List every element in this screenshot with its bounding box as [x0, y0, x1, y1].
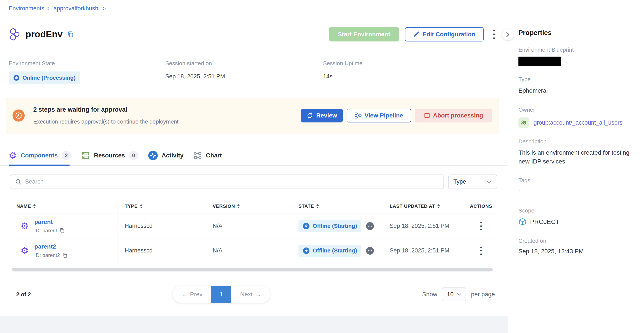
- abort-processing-button[interactable]: Abort processing: [415, 109, 492, 122]
- sort-icon[interactable]: [437, 204, 440, 209]
- view-pipeline-button[interactable]: View Pipeline: [347, 109, 411, 122]
- table-row: ⚙ parent ID: parent Harnesscd N/A: [10, 214, 497, 238]
- approval-banner: 2 steps are waiting for approval Executi…: [6, 98, 499, 133]
- gear-icon: ⚙: [9, 151, 17, 160]
- column-header-name-label: NAME: [16, 203, 31, 209]
- type-label: Type: [518, 76, 530, 83]
- column-header-actions-label: ACTIONS: [470, 203, 492, 209]
- table-row: ⚙ parent2 ID: parent2 Harnesscd N/A: [10, 238, 497, 263]
- column-header-version[interactable]: VERSION: [205, 199, 288, 214]
- review-button[interactable]: Review: [301, 109, 343, 122]
- component-id: ID: parent: [34, 228, 57, 234]
- owner-group-link[interactable]: group:account/_account_all_users: [534, 119, 622, 126]
- sort-icon[interactable]: [140, 204, 143, 209]
- chevron-right-icon: [506, 32, 510, 37]
- stop-icon: [424, 112, 430, 119]
- breadcrumb-separator: >: [103, 5, 106, 12]
- copy-icon[interactable]: [67, 31, 74, 38]
- pagination: 2 of 2 ← Prev 1 Next → Show 10 per page: [0, 285, 508, 304]
- tab-components[interactable]: ⚙ Components 2: [9, 151, 71, 160]
- component-type: Harnesscd: [118, 238, 205, 263]
- pagination-summary: 2 of 2: [16, 291, 31, 298]
- sort-icon[interactable]: [237, 204, 240, 209]
- next-page-button[interactable]: Next →: [231, 286, 270, 303]
- component-name-link[interactable]: parent2: [34, 243, 68, 250]
- view-pipeline-label: View Pipeline: [364, 112, 403, 119]
- table-header-row: NAME TYPE VERSION STATE LAST UPDATED AT …: [10, 199, 497, 214]
- owner-label: Owner: [518, 106, 535, 113]
- start-environment-label: Start Environment: [338, 31, 390, 38]
- environment-state-label: Environment State: [9, 60, 165, 67]
- prev-page-button[interactable]: ← Prev: [172, 286, 211, 303]
- page-size-value: 10: [447, 291, 454, 298]
- created-on-label: Created on: [518, 238, 546, 244]
- component-name-link[interactable]: parent: [34, 219, 65, 225]
- environment-hexagons-icon: [9, 28, 21, 41]
- column-header-type[interactable]: TYPE: [118, 199, 205, 214]
- review-label: Review: [316, 112, 337, 119]
- edit-configuration-button[interactable]: Edit Configuration: [405, 27, 484, 41]
- copy-icon[interactable]: [62, 253, 68, 258]
- page-size-dropdown[interactable]: 10: [442, 288, 466, 301]
- column-header-actions: ACTIONS: [465, 199, 497, 214]
- next-label: Next: [240, 291, 253, 298]
- search-box: [10, 174, 444, 189]
- chevron-down-icon: [457, 293, 462, 296]
- description-value: This is an environment created for testi…: [518, 148, 635, 166]
- scope-value: PROJECT: [530, 218, 559, 225]
- column-header-last-updated[interactable]: LAST UPDATED AT: [379, 199, 465, 214]
- type-filter-dropdown[interactable]: Type: [448, 174, 497, 189]
- tab-chart[interactable]: Chart: [194, 151, 222, 160]
- row-more-options-icon[interactable]: [477, 245, 486, 257]
- bolt-icon: [303, 223, 310, 230]
- search-input[interactable]: [25, 178, 439, 185]
- prev-label: Prev: [190, 291, 202, 298]
- tab-activity-label: Activity: [162, 152, 184, 159]
- type-filter-label: Type: [454, 178, 466, 185]
- tags-label: Tags: [518, 177, 530, 184]
- component-state-badge: Offline (Starting): [298, 220, 361, 232]
- column-header-type-label: TYPE: [125, 203, 138, 209]
- copy-icon[interactable]: [59, 228, 65, 233]
- component-state-label: Offline (Starting): [313, 247, 357, 254]
- row-actions: [465, 238, 497, 263]
- horizontal-scrollbar[interactable]: [12, 268, 493, 272]
- sort-icon[interactable]: [33, 204, 36, 209]
- blueprint-label: Environment Blueprint: [518, 46, 574, 53]
- collapse-panel-button[interactable]: [502, 29, 514, 40]
- session-uptime-value: 14s: [323, 73, 453, 80]
- per-page-label: per page: [471, 291, 495, 298]
- component-state-badge: Offline (Starting): [298, 245, 361, 257]
- tab-chart-label: Chart: [206, 152, 222, 159]
- session-started-value: Sep 18, 2025, 2:51 PM: [165, 73, 323, 80]
- component-id: ID: parent2: [34, 252, 60, 258]
- breadcrumb: Environments > approvalforkhushi >: [0, 0, 508, 17]
- tab-resources-count: 0: [129, 151, 138, 160]
- sort-icon[interactable]: [316, 204, 319, 209]
- state-ellipsis-icon[interactable]: [366, 247, 374, 255]
- description-label: Description: [518, 138, 546, 145]
- column-header-name[interactable]: NAME: [10, 199, 118, 214]
- state-ellipsis-icon[interactable]: [366, 222, 374, 230]
- pipeline-icon: [355, 112, 362, 119]
- breadcrumb-separator: >: [47, 5, 50, 12]
- tab-activity[interactable]: Activity: [148, 151, 184, 160]
- page-header: prodEnv Start Environment Edit Configura…: [0, 17, 508, 51]
- scope-label: Scope: [518, 207, 534, 214]
- tab-resources[interactable]: Resources 0: [81, 151, 138, 160]
- tab-components-label: Components: [21, 152, 58, 159]
- session-uptime-label: Session Uptime: [323, 60, 453, 67]
- component-gear-icon: ⚙: [20, 222, 29, 231]
- arrow-left-icon: ←: [181, 291, 187, 298]
- more-options-icon[interactable]: [490, 28, 498, 40]
- column-header-state-label: STATE: [298, 203, 314, 209]
- column-header-state[interactable]: STATE: [288, 199, 379, 214]
- row-more-options-icon[interactable]: [477, 220, 486, 232]
- start-environment-button[interactable]: Start Environment: [329, 27, 399, 41]
- row-actions: [465, 214, 497, 238]
- show-label: Show: [422, 291, 437, 298]
- breadcrumb-environments[interactable]: Environments: [9, 5, 44, 12]
- page-number-button[interactable]: 1: [211, 286, 231, 303]
- breadcrumb-approvalforkhushi[interactable]: approvalforkhushi: [54, 5, 100, 12]
- approval-banner-subtitle: Execution requires approval(s) to contin…: [33, 118, 178, 125]
